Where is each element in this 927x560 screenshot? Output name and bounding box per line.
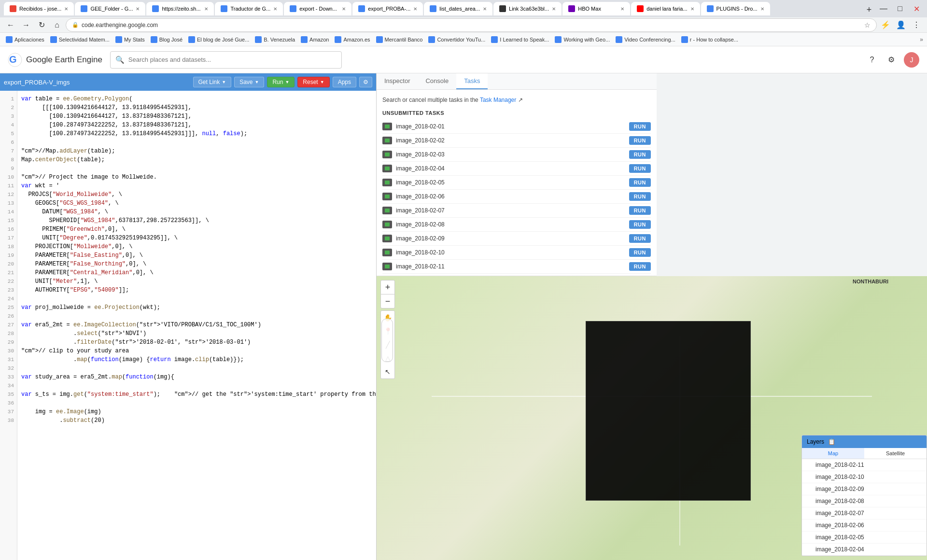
task-run-button[interactable]: RUN bbox=[629, 164, 651, 173]
bookmark-ilearnedtospeak...[interactable]: I Learned to Speak... bbox=[489, 35, 551, 44]
browser-tab-tab3[interactable]: https://zeito.sh... ✕ bbox=[146, 2, 214, 15]
search-input[interactable] bbox=[128, 56, 337, 63]
browser-tab-tab2[interactable]: GEE_Folder - G... ✕ bbox=[75, 2, 145, 15]
task-run-button[interactable]: RUN bbox=[629, 192, 651, 201]
layer-row[interactable]: image_2018-02-10 bbox=[802, 471, 927, 483]
bookmark-amazon[interactable]: Amazon bbox=[299, 35, 331, 44]
layer-row[interactable]: image_2018-02-11 bbox=[802, 459, 927, 471]
bookmark-convertidoryoutu...[interactable]: Convertidor YouTu... bbox=[426, 35, 487, 44]
tab-close-icon[interactable]: ✕ bbox=[413, 6, 417, 12]
task-run-button[interactable]: RUN bbox=[629, 248, 651, 257]
map-area[interactable]: NONTHABURI + − ✋ 📍 ╱ △ ↖ bbox=[377, 276, 927, 560]
extensions-button[interactable]: ⚡ bbox=[879, 18, 892, 32]
new-tab-button[interactable]: + bbox=[863, 4, 875, 15]
tab-close-icon[interactable]: ✕ bbox=[483, 6, 487, 12]
tab-close-icon[interactable]: ✕ bbox=[690, 6, 694, 12]
bookmark-mercantilbanco[interactable]: Mercantil Banco bbox=[374, 35, 425, 44]
task-run-button[interactable]: RUN bbox=[629, 262, 651, 271]
browser-tab-tab8[interactable]: Link 3ca63e3bl... ✕ bbox=[493, 2, 562, 15]
layers-header-icon[interactable]: 📋 bbox=[828, 438, 835, 445]
minimize-button[interactable]: — bbox=[877, 2, 890, 15]
gee-header: G Google Earth Engine 🔍 ? ⚙ J bbox=[0, 46, 927, 73]
bookmark-star-icon[interactable]: ☆ bbox=[864, 21, 871, 29]
bookmark-selectividadmatem...[interactable]: Selectividad Matem... bbox=[48, 35, 112, 44]
tab-close-icon[interactable]: ✕ bbox=[342, 6, 346, 12]
home-button[interactable]: ⌂ bbox=[50, 18, 64, 32]
tab-close-icon[interactable]: ✕ bbox=[64, 6, 68, 12]
tab-close-icon[interactable]: ✕ bbox=[760, 6, 764, 12]
reset-button[interactable]: Reset ▼ bbox=[297, 77, 329, 87]
get-link-button[interactable]: Get Link ▼ bbox=[193, 77, 232, 87]
task-run-button[interactable]: RUN bbox=[629, 220, 651, 229]
bookmark-aplicaciones[interactable]: Aplicaciones bbox=[4, 35, 46, 44]
cursor-tool-button[interactable]: ↖ bbox=[381, 365, 394, 378]
tab-console[interactable]: Console bbox=[418, 73, 456, 89]
settings-button[interactable]: ⋮ bbox=[910, 18, 923, 32]
tab-close-icon[interactable]: ✕ bbox=[552, 6, 556, 12]
layer-row[interactable]: image_2018-02-06 bbox=[802, 519, 927, 532]
gee-search-bar[interactable]: 🔍 bbox=[110, 51, 342, 69]
reload-button[interactable]: ↻ bbox=[35, 18, 48, 32]
browser-tab-tab6[interactable]: export_PROBA-... ✕ bbox=[352, 2, 423, 15]
settings-gear-button[interactable]: ⚙ bbox=[359, 77, 372, 87]
map-type-satellite[interactable]: Satellite bbox=[864, 448, 927, 459]
code-editor[interactable]: 1234567891011121314151617181920212223242… bbox=[0, 91, 376, 560]
browser-tab-tab1[interactable]: Recibidos - jose... ✕ bbox=[4, 2, 74, 15]
task-run-button[interactable]: RUN bbox=[629, 234, 651, 243]
bookmark-workingwithgeo...[interactable]: Working with Geo... bbox=[553, 35, 612, 44]
zoom-out-button[interactable]: − bbox=[381, 294, 394, 308]
close-button[interactable]: ✕ bbox=[910, 2, 923, 15]
browser-tab-tab4[interactable]: Traductor de G... ✕ bbox=[215, 2, 283, 15]
tab-close-icon[interactable]: ✕ bbox=[204, 6, 208, 12]
task-run-button[interactable]: RUN bbox=[629, 206, 651, 215]
task-run-button[interactable]: RUN bbox=[629, 136, 651, 145]
user-settings-button[interactable]: ⚙ bbox=[885, 53, 898, 67]
layer-name: image_2018-02-06 bbox=[815, 522, 864, 529]
map-type-map[interactable]: Map bbox=[802, 448, 864, 459]
bookmark-b.venezuela[interactable]: B. Venezuela bbox=[253, 35, 297, 44]
tab-inspector[interactable]: Inspector bbox=[377, 73, 418, 89]
maximize-button[interactable]: □ bbox=[893, 2, 907, 15]
tab-close-icon[interactable]: ✕ bbox=[620, 6, 624, 12]
forward-button[interactable]: → bbox=[19, 18, 33, 32]
address-bar[interactable]: 🔒 code.earthengine.google.com ☆ bbox=[66, 18, 877, 32]
layer-row[interactable]: image_2018-02-07 bbox=[802, 507, 927, 519]
task-run-button[interactable]: RUN bbox=[629, 122, 651, 131]
layer-row[interactable]: image_2018-02-08 bbox=[802, 495, 927, 507]
save-button[interactable]: Save ▼ bbox=[234, 77, 264, 87]
browser-tab-tab7[interactable]: list_dates_area... ✕ bbox=[424, 2, 492, 15]
tab-tasks[interactable]: Tasks bbox=[456, 73, 488, 89]
bookmark-r-howtocollapse...[interactable]: r - How to collapse... bbox=[679, 35, 740, 44]
browser-tab-tab5[interactable]: export - Down... ✕ bbox=[284, 2, 351, 15]
profile-button[interactable]: 👤 bbox=[894, 18, 908, 32]
bookmarks-more[interactable]: » bbox=[920, 36, 923, 43]
avatar[interactable]: J bbox=[904, 52, 919, 68]
line-number-29: 29 bbox=[3, 338, 14, 347]
task-run-button[interactable]: RUN bbox=[629, 150, 651, 159]
apps-button[interactable]: Apps bbox=[333, 77, 356, 87]
bookmark-videoconferencing...[interactable]: Video Conferencing... bbox=[614, 35, 677, 44]
tab-close-icon[interactable]: ✕ bbox=[136, 6, 140, 12]
browser-tab-tab11[interactable]: PLUGINS - Dro... ✕ bbox=[701, 2, 770, 15]
bookmark-mystats[interactable]: My Stats bbox=[113, 35, 147, 44]
script-title: export_PROBA-V_imgs bbox=[4, 79, 70, 86]
help-button[interactable]: ? bbox=[865, 53, 879, 67]
back-button[interactable]: ← bbox=[4, 18, 17, 32]
layer-row[interactable]: image_2018-02-09 bbox=[802, 483, 927, 495]
task-manager-link[interactable]: Task Manager bbox=[480, 97, 516, 103]
layer-row[interactable]: image_2018-02-05 bbox=[802, 532, 927, 544]
task-row: image_2018-02-10 RUN bbox=[382, 246, 651, 260]
bookmark-amazon.es[interactable]: Amazon.es bbox=[333, 35, 372, 44]
layer-row[interactable]: image_2018-02-04 bbox=[802, 544, 927, 556]
browser-tab-tab10[interactable]: daniel lara faria... ✕ bbox=[631, 2, 700, 15]
line-number-23: 23 bbox=[3, 286, 14, 294]
run-button[interactable]: Run ▼ bbox=[267, 77, 295, 87]
browser-tab-tab9[interactable]: HBO Max ✕ bbox=[562, 2, 630, 15]
bookmark-blogjosé[interactable]: Blog José bbox=[149, 35, 184, 44]
full-screen-button[interactable] bbox=[381, 319, 393, 362]
task-run-button[interactable]: RUN bbox=[629, 178, 651, 187]
bookmark-elblogdejoségue...[interactable]: El blog de José Gue... bbox=[186, 35, 251, 44]
zoom-in-button[interactable]: + bbox=[381, 280, 394, 294]
tab-close-icon[interactable]: ✕ bbox=[273, 6, 277, 12]
code-content[interactable]: var table = ee.Geometry.Polygon( [[[100.… bbox=[17, 91, 376, 560]
